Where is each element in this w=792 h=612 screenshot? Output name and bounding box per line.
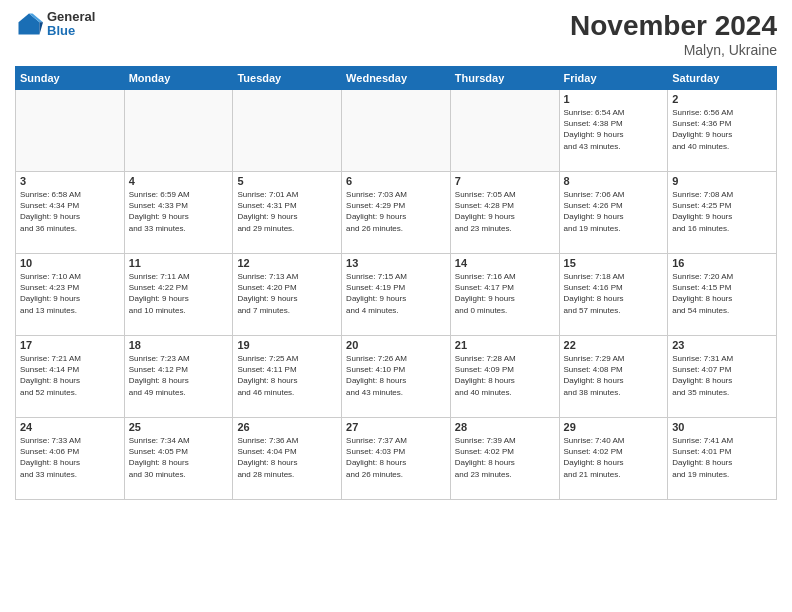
svg-marker-2 <box>40 23 44 35</box>
day-number: 13 <box>346 257 446 269</box>
day-info: Sunrise: 7:06 AM Sunset: 4:26 PM Dayligh… <box>564 189 664 234</box>
calendar-cell: 28Sunrise: 7:39 AM Sunset: 4:02 PM Dayli… <box>450 418 559 500</box>
day-info: Sunrise: 7:15 AM Sunset: 4:19 PM Dayligh… <box>346 271 446 316</box>
calendar-table: SundayMondayTuesdayWednesdayThursdayFrid… <box>15 66 777 500</box>
day-info: Sunrise: 7:21 AM Sunset: 4:14 PM Dayligh… <box>20 353 120 398</box>
day-info: Sunrise: 7:37 AM Sunset: 4:03 PM Dayligh… <box>346 435 446 480</box>
subtitle: Malyn, Ukraine <box>570 42 777 58</box>
calendar-cell <box>233 90 342 172</box>
main-title: November 2024 <box>570 10 777 42</box>
calendar-cell: 15Sunrise: 7:18 AM Sunset: 4:16 PM Dayli… <box>559 254 668 336</box>
day-number: 4 <box>129 175 229 187</box>
day-info: Sunrise: 7:36 AM Sunset: 4:04 PM Dayligh… <box>237 435 337 480</box>
col-header-saturday: Saturday <box>668 67 777 90</box>
calendar-cell: 10Sunrise: 7:10 AM Sunset: 4:23 PM Dayli… <box>16 254 125 336</box>
calendar-cell <box>450 90 559 172</box>
calendar-cell: 27Sunrise: 7:37 AM Sunset: 4:03 PM Dayli… <box>342 418 451 500</box>
calendar-cell: 3Sunrise: 6:58 AM Sunset: 4:34 PM Daylig… <box>16 172 125 254</box>
calendar-cell: 16Sunrise: 7:20 AM Sunset: 4:15 PM Dayli… <box>668 254 777 336</box>
day-info: Sunrise: 7:16 AM Sunset: 4:17 PM Dayligh… <box>455 271 555 316</box>
col-header-tuesday: Tuesday <box>233 67 342 90</box>
calendar-cell: 11Sunrise: 7:11 AM Sunset: 4:22 PM Dayli… <box>124 254 233 336</box>
calendar-cell <box>342 90 451 172</box>
calendar-cell: 9Sunrise: 7:08 AM Sunset: 4:25 PM Daylig… <box>668 172 777 254</box>
day-number: 1 <box>564 93 664 105</box>
day-number: 28 <box>455 421 555 433</box>
calendar-cell: 1Sunrise: 6:54 AM Sunset: 4:38 PM Daylig… <box>559 90 668 172</box>
day-number: 23 <box>672 339 772 351</box>
logo-blue: Blue <box>47 24 95 38</box>
day-number: 27 <box>346 421 446 433</box>
day-info: Sunrise: 7:39 AM Sunset: 4:02 PM Dayligh… <box>455 435 555 480</box>
day-info: Sunrise: 7:20 AM Sunset: 4:15 PM Dayligh… <box>672 271 772 316</box>
calendar-cell: 30Sunrise: 7:41 AM Sunset: 4:01 PM Dayli… <box>668 418 777 500</box>
day-info: Sunrise: 7:26 AM Sunset: 4:10 PM Dayligh… <box>346 353 446 398</box>
day-number: 17 <box>20 339 120 351</box>
calendar-cell: 19Sunrise: 7:25 AM Sunset: 4:11 PM Dayli… <box>233 336 342 418</box>
day-number: 11 <box>129 257 229 269</box>
calendar-cell: 12Sunrise: 7:13 AM Sunset: 4:20 PM Dayli… <box>233 254 342 336</box>
calendar-week-2: 3Sunrise: 6:58 AM Sunset: 4:34 PM Daylig… <box>16 172 777 254</box>
day-number: 3 <box>20 175 120 187</box>
day-number: 29 <box>564 421 664 433</box>
day-info: Sunrise: 7:13 AM Sunset: 4:20 PM Dayligh… <box>237 271 337 316</box>
day-number: 16 <box>672 257 772 269</box>
day-info: Sunrise: 7:18 AM Sunset: 4:16 PM Dayligh… <box>564 271 664 316</box>
calendar-cell <box>16 90 125 172</box>
day-number: 2 <box>672 93 772 105</box>
calendar-cell: 21Sunrise: 7:28 AM Sunset: 4:09 PM Dayli… <box>450 336 559 418</box>
logo-icon <box>15 10 43 38</box>
calendar-cell: 24Sunrise: 7:33 AM Sunset: 4:06 PM Dayli… <box>16 418 125 500</box>
day-number: 24 <box>20 421 120 433</box>
calendar-week-4: 17Sunrise: 7:21 AM Sunset: 4:14 PM Dayli… <box>16 336 777 418</box>
day-info: Sunrise: 7:11 AM Sunset: 4:22 PM Dayligh… <box>129 271 229 316</box>
calendar-week-1: 1Sunrise: 6:54 AM Sunset: 4:38 PM Daylig… <box>16 90 777 172</box>
calendar-cell: 17Sunrise: 7:21 AM Sunset: 4:14 PM Dayli… <box>16 336 125 418</box>
calendar-cell <box>124 90 233 172</box>
calendar-cell: 20Sunrise: 7:26 AM Sunset: 4:10 PM Dayli… <box>342 336 451 418</box>
day-number: 6 <box>346 175 446 187</box>
day-number: 12 <box>237 257 337 269</box>
day-info: Sunrise: 7:25 AM Sunset: 4:11 PM Dayligh… <box>237 353 337 398</box>
col-header-wednesday: Wednesday <box>342 67 451 90</box>
day-info: Sunrise: 7:29 AM Sunset: 4:08 PM Dayligh… <box>564 353 664 398</box>
col-header-thursday: Thursday <box>450 67 559 90</box>
day-info: Sunrise: 6:54 AM Sunset: 4:38 PM Dayligh… <box>564 107 664 152</box>
day-number: 22 <box>564 339 664 351</box>
day-info: Sunrise: 7:33 AM Sunset: 4:06 PM Dayligh… <box>20 435 120 480</box>
day-number: 14 <box>455 257 555 269</box>
day-number: 20 <box>346 339 446 351</box>
calendar-cell: 4Sunrise: 6:59 AM Sunset: 4:33 PM Daylig… <box>124 172 233 254</box>
logo-general: General <box>47 10 95 24</box>
title-area: November 2024 Malyn, Ukraine <box>570 10 777 58</box>
day-info: Sunrise: 7:05 AM Sunset: 4:28 PM Dayligh… <box>455 189 555 234</box>
day-number: 30 <box>672 421 772 433</box>
day-number: 5 <box>237 175 337 187</box>
calendar-cell: 6Sunrise: 7:03 AM Sunset: 4:29 PM Daylig… <box>342 172 451 254</box>
day-number: 19 <box>237 339 337 351</box>
day-info: Sunrise: 7:34 AM Sunset: 4:05 PM Dayligh… <box>129 435 229 480</box>
svg-marker-0 <box>19 14 40 35</box>
calendar-cell: 14Sunrise: 7:16 AM Sunset: 4:17 PM Dayli… <box>450 254 559 336</box>
calendar-cell: 5Sunrise: 7:01 AM Sunset: 4:31 PM Daylig… <box>233 172 342 254</box>
calendar-cell: 29Sunrise: 7:40 AM Sunset: 4:02 PM Dayli… <box>559 418 668 500</box>
day-info: Sunrise: 6:56 AM Sunset: 4:36 PM Dayligh… <box>672 107 772 152</box>
calendar-cell: 2Sunrise: 6:56 AM Sunset: 4:36 PM Daylig… <box>668 90 777 172</box>
calendar-cell: 22Sunrise: 7:29 AM Sunset: 4:08 PM Dayli… <box>559 336 668 418</box>
calendar-cell: 7Sunrise: 7:05 AM Sunset: 4:28 PM Daylig… <box>450 172 559 254</box>
header: General Blue November 2024 Malyn, Ukrain… <box>15 10 777 58</box>
day-info: Sunrise: 7:08 AM Sunset: 4:25 PM Dayligh… <box>672 189 772 234</box>
calendar-cell: 25Sunrise: 7:34 AM Sunset: 4:05 PM Dayli… <box>124 418 233 500</box>
day-number: 18 <box>129 339 229 351</box>
col-header-friday: Friday <box>559 67 668 90</box>
page: General Blue November 2024 Malyn, Ukrain… <box>0 0 792 612</box>
day-info: Sunrise: 7:41 AM Sunset: 4:01 PM Dayligh… <box>672 435 772 480</box>
day-number: 25 <box>129 421 229 433</box>
day-info: Sunrise: 7:31 AM Sunset: 4:07 PM Dayligh… <box>672 353 772 398</box>
day-info: Sunrise: 7:28 AM Sunset: 4:09 PM Dayligh… <box>455 353 555 398</box>
day-info: Sunrise: 7:10 AM Sunset: 4:23 PM Dayligh… <box>20 271 120 316</box>
day-info: Sunrise: 6:58 AM Sunset: 4:34 PM Dayligh… <box>20 189 120 234</box>
calendar-cell: 13Sunrise: 7:15 AM Sunset: 4:19 PM Dayli… <box>342 254 451 336</box>
day-number: 8 <box>564 175 664 187</box>
calendar-cell: 18Sunrise: 7:23 AM Sunset: 4:12 PM Dayli… <box>124 336 233 418</box>
